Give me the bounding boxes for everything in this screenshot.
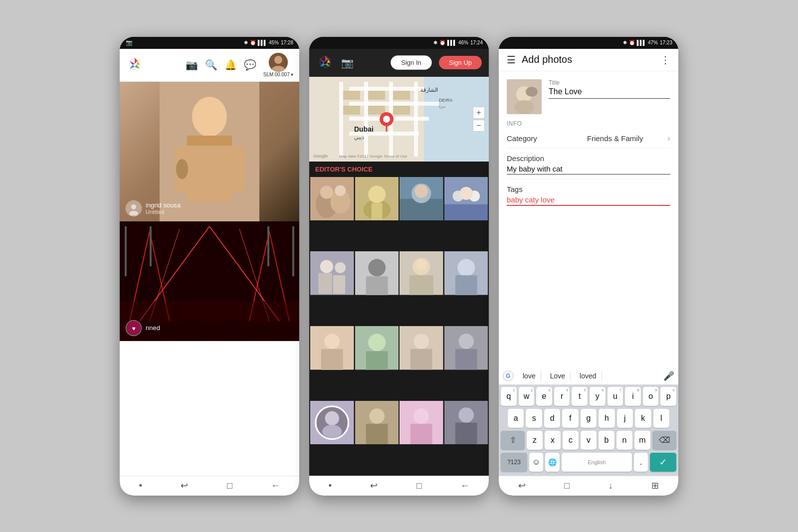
key-l[interactable]: l	[653, 409, 669, 428]
photo-cell-15[interactable]	[399, 401, 443, 445]
chevron-down-icon-1[interactable]: ▾	[291, 72, 293, 77]
zoom-in-button[interactable]: +	[473, 107, 485, 119]
suggestion-3[interactable]: loved	[575, 371, 601, 381]
photo-grid	[309, 176, 489, 476]
key-k[interactable]: k	[635, 409, 651, 428]
photo-thumbnail[interactable]	[507, 79, 542, 114]
feed-photo-2: ♥ nned	[120, 221, 299, 341]
key-x[interactable]: x	[545, 431, 561, 450]
emoji-key[interactable]: ☺	[529, 453, 543, 472]
key-j[interactable]: j	[617, 409, 633, 428]
camera-icon-1[interactable]: 📷	[186, 59, 198, 71]
key-d[interactable]: d	[544, 409, 560, 428]
app-logo-1[interactable]	[126, 56, 144, 74]
photo-cell-16[interactable]	[444, 401, 488, 445]
keyboard-row-1: q1 w2 e3 r4 t5 y6 u7 i8 o9 p0	[501, 387, 676, 406]
sign-up-button[interactable]: Sign Up	[439, 56, 482, 69]
tags-value[interactable]: baby caty love	[507, 195, 670, 206]
zoom-out-button[interactable]: −	[473, 120, 485, 132]
key-a[interactable]: a	[508, 409, 524, 428]
key-s[interactable]: s	[526, 409, 542, 428]
category-row[interactable]: Category Friends & Family ›	[507, 129, 670, 148]
photo-cell-2[interactable]	[355, 177, 399, 221]
photo-cell-7[interactable]	[399, 251, 443, 295]
photo-cell-5[interactable]	[310, 251, 354, 295]
photo-cell-9[interactable]	[310, 326, 354, 370]
photo-cell-12[interactable]	[444, 326, 488, 370]
nav-dot-1[interactable]: •	[139, 481, 142, 491]
key-b[interactable]: b	[598, 431, 614, 450]
shift-key[interactable]: ⇧	[501, 431, 525, 450]
photo-cell-6[interactable]	[355, 251, 399, 295]
search-icon-1[interactable]: 🔍	[205, 59, 217, 71]
svg-point-88	[459, 186, 472, 199]
phone-3: ✱ ⏰ ▌▌▌ 47% 17:23 ☰ Add photos ⋮	[499, 37, 678, 496]
nav-bar-3: ↩ □ ↓ ⊞	[499, 476, 678, 496]
key-e[interactable]: e3	[536, 387, 552, 406]
nav-return-3[interactable]: ↩	[518, 480, 526, 491]
app-header-1: 📷 🔍 🔔 💬 SLM	[120, 49, 299, 82]
more-icon-3[interactable]: ⋮	[660, 54, 670, 66]
key-q[interactable]: q1	[501, 387, 517, 406]
key-f[interactable]: f	[562, 409, 578, 428]
enter-key[interactable]: ✓	[650, 453, 676, 472]
key-h[interactable]: h	[598, 409, 614, 428]
suggestion-1[interactable]: love	[518, 371, 541, 381]
nav-square-3[interactable]: □	[564, 481, 570, 491]
suggestion-2[interactable]: Love	[545, 371, 571, 381]
nav-square-2[interactable]: □	[416, 481, 422, 491]
key-c[interactable]: c	[563, 431, 579, 450]
photo-cell-1[interactable]	[310, 177, 354, 221]
key-t[interactable]: t5	[572, 387, 588, 406]
nav-return-1[interactable]: ↩	[181, 480, 188, 491]
photo-cell-11[interactable]	[399, 326, 443, 370]
photo-cell-13[interactable]	[310, 401, 354, 445]
signal-icon-3: ▌▌▌	[637, 40, 646, 45]
photo-cell-10[interactable]	[355, 326, 399, 370]
description-value[interactable]: My baby with cat	[507, 165, 670, 175]
key-w[interactable]: w2	[519, 387, 535, 406]
user-avatar-1[interactable]: SLM 00.007 ▾	[263, 53, 293, 77]
bell-icon-1[interactable]: 🔔	[224, 59, 237, 71]
nav-back-2[interactable]: ←	[460, 481, 469, 491]
key-r[interactable]: r4	[554, 387, 570, 406]
svg-point-100	[416, 260, 427, 271]
feed-user-info-2: ♥ nned	[126, 320, 160, 336]
nav-return-2[interactable]: ↩	[370, 480, 378, 491]
backspace-key[interactable]: ⌫	[652, 431, 676, 450]
hamburger-icon[interactable]: ☰	[507, 54, 516, 66]
key-y[interactable]: y6	[590, 387, 605, 406]
sign-in-button[interactable]: Sign In	[391, 55, 431, 70]
key-v[interactable]: v	[581, 431, 597, 450]
nav-dot-2[interactable]: •	[329, 481, 332, 491]
svg-rect-93	[333, 275, 345, 294]
key-o[interactable]: o9	[643, 387, 659, 406]
num-key[interactable]: ?123	[501, 453, 527, 472]
nav-down-3[interactable]: ↓	[608, 481, 613, 491]
photo-cell-14[interactable]	[355, 401, 399, 445]
app-logo-2[interactable]	[316, 54, 334, 72]
photo-cell-8[interactable]	[444, 251, 488, 295]
nav-square-1[interactable]: □	[227, 481, 232, 491]
nav-back-1[interactable]: ←	[271, 481, 280, 491]
camera-icon-2[interactable]: 📷	[341, 57, 354, 69]
svg-rect-92	[318, 273, 332, 294]
key-i[interactable]: i8	[625, 387, 641, 406]
key-p[interactable]: p0	[660, 387, 676, 406]
title-value[interactable]: The Love	[549, 87, 670, 99]
svg-rect-115	[455, 349, 477, 370]
globe-key[interactable]: 🌐	[545, 453, 559, 472]
space-key[interactable]: English	[562, 453, 632, 472]
key-z[interactable]: z	[527, 431, 543, 450]
photo-cell-4[interactable]	[444, 177, 488, 221]
time-2: 17:24	[470, 40, 483, 45]
key-g[interactable]: g	[581, 409, 597, 428]
mic-icon[interactable]: 🎤	[663, 370, 674, 381]
key-n[interactable]: n	[616, 431, 632, 450]
nav-grid-3[interactable]: ⊞	[651, 480, 659, 491]
chat-icon-1[interactable]: 💬	[244, 59, 256, 71]
key-u[interactable]: u7	[607, 387, 623, 406]
key-m[interactable]: m	[634, 431, 650, 450]
photo-cell-3[interactable]	[399, 177, 443, 221]
period-key[interactable]: .	[634, 453, 648, 472]
